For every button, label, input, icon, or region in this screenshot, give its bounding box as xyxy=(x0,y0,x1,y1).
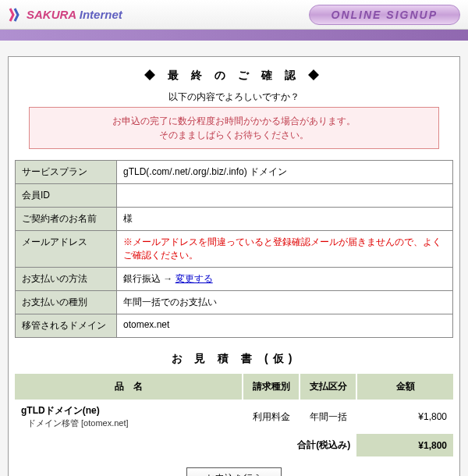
value-payment-method-cell: 銀行振込 → 変更する xyxy=(117,268,453,291)
online-signup-badge: ONLINE SIGNUP xyxy=(309,5,460,25)
logo-text: SAKURA Internet xyxy=(27,8,122,21)
change-payment-link[interactable]: 変更する xyxy=(176,273,213,284)
logo: SAKURA Internet xyxy=(8,7,309,23)
value-member-id xyxy=(117,184,453,208)
label-service-plan: サービスプラン xyxy=(16,161,117,184)
estimate-title: お 見 積 書 (仮) xyxy=(15,352,453,366)
row-member-id: 会員ID xyxy=(16,184,453,208)
prompt-text: 以下の内容でよろしいですか？ xyxy=(15,91,453,104)
row-service-plan: サービスプラン gTLD(.com/.net/.org/.biz/.info) … xyxy=(16,161,453,184)
notice-line2: そのまましばらくお待ちください。 xyxy=(36,128,432,142)
label-contractor: ご契約者のお名前 xyxy=(16,208,117,231)
notice-box: お申込の完了に数分程度お時間がかかる場合があります。 そのまましばらくお待ちくだ… xyxy=(29,107,439,149)
total-label: 合計(税込み) xyxy=(15,434,356,456)
estimate-total-row: 合計(税込み) ¥1,800 xyxy=(15,434,453,456)
value-transfer-domain: otomex.net xyxy=(117,314,453,338)
col-amount: 金額 xyxy=(356,374,453,400)
submit-button[interactable]: お申込を行う xyxy=(186,467,282,476)
label-email: メールアドレス xyxy=(16,231,117,268)
value-payment-type: 年間一括でのお支払い xyxy=(117,291,453,314)
total-amount: ¥1,800 xyxy=(356,434,453,456)
section-title: ◆ 最 終 の ご 確 認 ◆ xyxy=(15,69,453,83)
item-billing: 利用料金 xyxy=(243,400,300,434)
label-transfer-domain: 移管されるドメイン xyxy=(16,314,117,338)
info-table: サービスプラン gTLD(.com/.net/.org/.biz/.info) … xyxy=(15,160,453,338)
item-name: gTLDドメイン(ne) xyxy=(21,404,236,417)
col-payment: 支払区分 xyxy=(300,374,356,400)
item-name-cell: gTLDドメイン(ne) ドメイン移管 [otomex.net] xyxy=(15,400,243,434)
row-contractor: ご契約者のお名前 様 xyxy=(16,208,453,231)
estimate-item-row: gTLDドメイン(ne) ドメイン移管 [otomex.net] 利用料金 年間… xyxy=(15,400,453,434)
label-payment-method: お支払いの方法 xyxy=(16,268,117,291)
row-payment-type: お支払いの種別 年間一括でのお支払い xyxy=(16,291,453,314)
value-service-plan: gTLD(.com/.net/.org/.biz/.info) ドメイン xyxy=(117,161,453,184)
value-email-cell: ※メールアドレスを間違っていると登録確認メールが届きませんので、よくご確認くださ… xyxy=(117,231,453,268)
header-bar: SAKURA Internet ONLINE SIGNUP xyxy=(0,0,468,30)
estimate-table: 品 名 請求種別 支払区分 金額 gTLDドメイン(ne) ドメイン移管 [ot… xyxy=(15,374,453,456)
label-payment-type: お支払いの種別 xyxy=(16,291,117,314)
row-email: メールアドレス ※メールアドレスを間違っていると登録確認メールが届きませんので、… xyxy=(16,231,453,268)
label-member-id: 会員ID xyxy=(16,184,117,208)
email-warning: ※メールアドレスを間違っていると登録確認メールが届きませんので、よくご確認くださ… xyxy=(123,236,446,262)
row-transfer-domain: 移管されるドメイン otomex.net xyxy=(16,314,453,338)
main-content: ◆ 最 終 の ご 確 認 ◆ 以下の内容でよろしいですか？ お申込の完了に数分… xyxy=(8,56,460,476)
sakura-logo-icon xyxy=(8,7,23,23)
item-amount: ¥1,800 xyxy=(356,400,453,434)
notice-line1: お申込の完了に数分程度お時間がかかる場合があります。 xyxy=(36,114,432,128)
col-item-name: 品 名 xyxy=(15,374,243,400)
col-billing: 請求種別 xyxy=(243,374,300,400)
arrow-icon: → xyxy=(163,273,175,284)
estimate-header-row: 品 名 請求種別 支払区分 金額 xyxy=(15,374,453,400)
value-payment-method: 銀行振込 xyxy=(123,273,161,284)
item-sub: ドメイン移管 [otomex.net] xyxy=(21,417,236,429)
item-payment: 年間一括 xyxy=(300,400,356,434)
row-payment-method: お支払いの方法 銀行振込 → 変更する xyxy=(16,268,453,291)
value-contractor: 様 xyxy=(117,208,453,231)
purple-strip xyxy=(0,30,468,41)
